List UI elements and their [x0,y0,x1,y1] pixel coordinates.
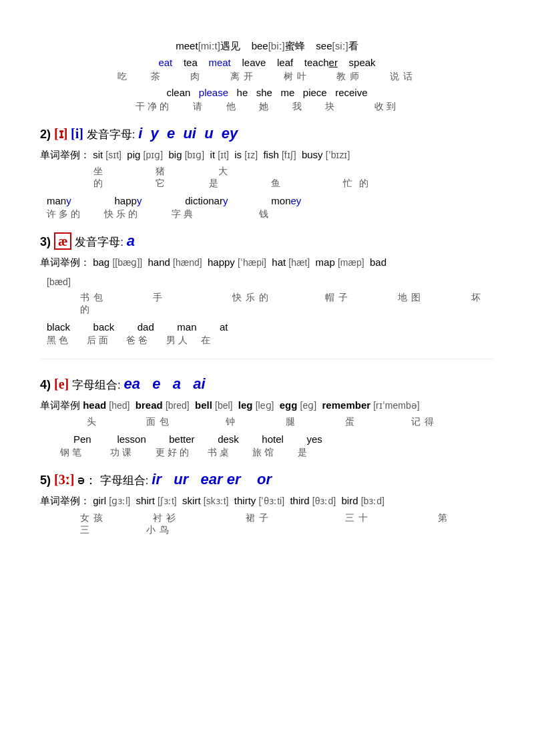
section3-phonemes: a [127,232,135,249]
section2-words2: many happy dictionary money [40,195,494,206]
cn-see: 看 [348,40,358,51]
phonetic-head: [hed] [109,400,129,411]
phonetic-bird: [bɜːd] [361,496,384,506]
word-piece: piece [303,87,327,98]
phonetic-thirty: [ˈθɜːti] [258,496,284,506]
word-sit: sit [93,149,105,160]
word-it: it [210,149,218,160]
phonetic-leg: [leɡ] [256,400,274,411]
section3-cn2: 黑色 后面 爸爸 男人 在 [40,335,494,347]
section2-cn2: 许多的 快乐的 字典 钱 [40,208,494,220]
word-back: back [93,321,115,333]
phonetic-third: [θɜːd] [312,496,336,506]
phonetic-bell: [bel] [215,400,232,411]
phonetic-girl: [ɡɜːl] [109,496,130,506]
word-leaf: leaf [277,57,293,68]
phonetic-big: [bɪɡ] [185,150,205,160]
phonetic-fish: [fɪʃ] [282,150,296,160]
section3-example-label: 单词举例： [40,256,90,268]
word-he: he [237,87,248,98]
word-bag: bag [93,256,112,268]
word-meet: meet [176,40,198,51]
section2-example-label: 单词举例： [40,149,90,160]
cn-meet: 遇见 [220,40,240,51]
section3-examples2: [bæd] [40,273,494,291]
phonetic-map: [mæp] [338,257,364,268]
section5-num: 5) [40,474,54,487]
word-bell: bell [195,399,212,411]
word-leg: leg [238,399,253,411]
phonetic-pig: [pɪɡ] [144,150,164,160]
section4-label: 字母组合: [72,379,123,391]
section3-num: 3) [40,235,54,248]
phonetic-hand: [hænd] [173,257,202,268]
word-egg: egg [280,399,298,411]
word-is: is [234,149,244,160]
section5: 5) [3ː] ə： 字母组合: ir ur ear er or 单词举例： g… [40,471,494,536]
cn-bee: 蜜蜂 [285,40,305,51]
word-hand: hand [148,256,174,268]
section2-bracket1: [ɪ] [54,126,67,141]
word-happy: happy [208,256,238,268]
section4-words2: Pen lesson better desk hotel yes [40,433,494,445]
word-big: big [168,149,184,160]
section2-phonemes: i y e ui u ey [138,125,238,142]
phonetic-bad: [bæd] [47,276,71,287]
word-please: please [199,87,228,98]
section3-bracket: æ [54,232,71,250]
section2-num: 2) [40,128,54,141]
word-speak: speak [349,57,376,68]
word-tea: tea [184,57,198,68]
word-map: map [316,256,338,268]
word-man: man [177,321,196,333]
section5-example-label: 单词举例： [40,495,90,506]
section3-cn1: 书包 手 快乐的 帽子 地图 坏的 [40,292,494,316]
section5-schwa: ə： [77,474,97,487]
section4-cn2: 钢笔 功课 更好的 书桌 旅馆 是 [40,447,494,459]
word-pig: pig [127,149,143,160]
phonetic-egg: [eɡ] [300,400,317,411]
section4-phonemes: ea e a ai [123,375,205,392]
word-busy: busy [302,149,326,160]
section2-label: 发音字母: [87,128,138,141]
word-leave: leave [242,57,266,68]
word-skirt: skirt [182,495,204,506]
word-bread: bread [136,399,163,411]
word-yes: yes [306,433,322,445]
word-remember: remember [322,399,371,411]
top-section: meet[miːt]遇见 bee[biː]蜜蜂 see[siː]看 eat te… [40,40,494,113]
top-line4: clean please he she me piece receive [40,87,494,98]
word-dad: dad [138,321,154,333]
word-money: money [271,195,316,206]
section3-header: 3) æ 发音字母: a [40,232,494,250]
word-clean: clean [166,87,190,98]
top-line5-cn: 干净的 请 他 她 我 块 收到 [40,101,494,113]
section5-bracket: [3ː] [54,472,74,487]
word-at: at [220,321,228,333]
word-desk: desk [218,433,239,445]
word-happy: happy [115,195,157,206]
word-pen: Pen [73,433,91,445]
word-she: she [256,87,272,98]
section3: 3) æ 发音字母: a 单词举例： bag [[bæɡ]] hand [hæn… [40,232,494,347]
section2-cn1: 坐 猪 大的 它 是 鱼 忙的 [40,166,494,190]
section3-words2: black back dad man at [40,321,494,333]
section4-num: 4) [40,378,54,391]
word-bird: bird [341,495,360,506]
top-line1: meet[miːt]遇见 bee[biː]蜜蜂 see[siː]看 [40,40,494,53]
phonetic-it: [ɪt] [218,150,229,160]
phonetic-hat: [hæt] [288,257,310,268]
word-dictionary: dictionary [185,195,242,206]
section4-examples: 单词举例 head [hed] bread [bred] bell [bel] … [40,397,494,414]
phonetic-bee: [biː] [268,40,285,51]
phonetic-bread: [bred] [166,400,190,411]
word-eat: eat [158,57,172,68]
section4-cn1: 头 面包 钟 腿 蛋 记得 [40,416,494,428]
word-girl: girl [93,495,109,506]
phonetic-meet: [miːt] [198,40,220,51]
section5-examples: 单词举例： girl [ɡɜːl] shirt [ʃɜːt] skirt [sk… [40,492,494,510]
phonetic-sit: [sɪt] [105,150,121,160]
section4-bracket: [e] [54,377,69,391]
word-receive: receive [335,87,367,98]
section4-example-label: 单词举例 [40,399,83,411]
